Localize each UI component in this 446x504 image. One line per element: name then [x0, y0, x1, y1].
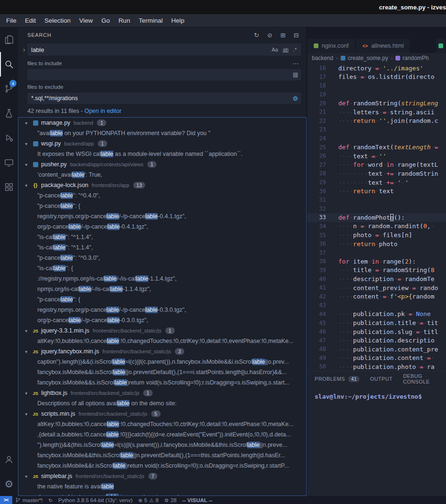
menu-help[interactable]: Help [167, 17, 189, 24]
code-line[interactable]: 23 [307, 125, 446, 134]
menu-selection[interactable]: Selection [40, 17, 75, 24]
result-match-row[interactable]: registry.npmjs.org/p-cancelable/-/p-canc… [18, 305, 306, 315]
code-line[interactable]: 16directory·=·'../images' [307, 64, 446, 73]
menu-terminal[interactable]: Terminal [134, 17, 167, 24]
code-line[interactable]: 42····content·=·f'<p>{random [307, 292, 446, 301]
result-file-row[interactable]: ▾JSscripts.min.jsfrontend/src/backend_st… [18, 409, 306, 419]
result-match-row[interactable]: Descriptions of all options available on… [18, 398, 306, 409]
explorer-activity-icon[interactable] [0, 27, 18, 52]
result-match-row[interactable]: altKey:!0,bubbles:!0,cancelable:!0,chang… [18, 419, 306, 429]
code-line[interactable]: 44····publication.pk·=·None [307, 310, 446, 319]
result-match-row[interactable]: "p-cancelable": { [18, 294, 306, 305]
code-line[interactable]: 22····return·''.join(random.c [307, 117, 446, 126]
search-open-editors-icon[interactable]: ▤ [293, 71, 298, 78]
editor-tab-partial[interactable] [436, 39, 446, 53]
result-match-row[interactable]: "is-callable": "^1.1.4", [18, 232, 306, 242]
code-line[interactable]: 26····text·=·'' [307, 152, 446, 161]
editor-tab-allnews.html[interactable]: <>allnews.html [356, 39, 411, 53]
remote-indicator[interactable]: >< [0, 496, 12, 504]
result-match-row[interactable]: fancybox.isMobile&&s.isScrollable)return… [18, 377, 306, 388]
run-debug-activity-icon[interactable] [0, 126, 18, 150]
terminal[interactable]: slav@lnv:~/projects/izvestno$ [307, 386, 446, 496]
collapse-all-icon[interactable]: ⊟ [292, 32, 300, 39]
result-match-row[interactable]: ").length))&&(this.isScrollable=l(s)||l(… [18, 440, 306, 450]
code-editor[interactable]: 16directory·=·'../images'17files·=·os.li… [307, 63, 446, 371]
code-line[interactable]: 40····description·=·randomTe [307, 274, 446, 283]
clear-search-results-icon[interactable]: ⊘ [266, 32, 274, 39]
open-in-editor-link[interactable]: Open in editor [85, 108, 122, 114]
misc-status[interactable]: ⚙ 28 [162, 497, 180, 503]
code-line[interactable]: 47····publication.descriptio [307, 336, 446, 345]
result-match-row[interactable]: the native feature is available [18, 481, 306, 492]
result-file-row[interactable]: ▾JSjquery.fancybox.min.jsfrontend/src/ba… [18, 346, 306, 357]
code-line[interactable]: 19 [307, 90, 446, 99]
panel-tab-problems[interactable]: PROBLEMS41 [315, 376, 360, 382]
result-file-row[interactable]: ▾JSlightbox.jsfrontend/src/backend_stati… [18, 388, 306, 398]
result-match-row[interactable]: ://registry.npmjs.org/is-callable/-/is-c… [18, 273, 306, 284]
code-line[interactable]: 30····return·text [307, 187, 446, 196]
code-line[interactable]: 24 [307, 134, 446, 143]
result-match-row[interactable]: ,{detail:a,bubbles:!0,cancelable:!0}}}ca… [18, 429, 306, 440]
result-match-row[interactable]: fancybox.isMobile&&this.isScrollable||n.… [18, 450, 306, 461]
settings-gear-icon[interactable]: ⚙ [0, 471, 18, 496]
code-line[interactable]: 50····publication.photo·=·ra [307, 362, 446, 371]
result-match-row[interactable]: "p-cancelable": "^0.3.0", [18, 253, 306, 263]
code-line[interactable]: 46····publication.slug·=·titl [307, 327, 446, 336]
result-match-row[interactable]: org/p-cancelable/-/p-cancelable-0.4.1.tg… [18, 222, 306, 232]
git-branch-status[interactable]: master*! [12, 497, 46, 503]
result-file-row[interactable]: ▾wsgi.pybackend/app1 [18, 138, 306, 149]
code-line[interactable]: 39····title·=·randomString(8 [307, 266, 446, 275]
code-line[interactable]: 29········text·+=·'·' [307, 178, 446, 187]
window-titlebar[interactable]: create_some.py - izves [0, 0, 446, 14]
refresh-icon[interactable]: ↻ [253, 32, 260, 39]
result-match-row[interactable]: fancybox.isMobile&&r.isScrollable)return… [18, 461, 306, 471]
result-match-row[interactable]: "is-callable": "^1.1.4", [18, 242, 306, 253]
code-line[interactable]: 38for·item·in·range(2): [307, 257, 446, 266]
menu-edit[interactable]: Edit [21, 17, 40, 24]
breadcrumb-item-create_some.py[interactable]: create_some.py [341, 55, 388, 61]
result-match-row[interactable]: altKey:!0,bubbles:!0,cancelable:!0,chang… [18, 336, 306, 346]
code-line[interactable]: 34····n·=·random.randint(0,· [307, 222, 446, 231]
code-line[interactable]: 33def·randomPhoto(): [307, 213, 446, 222]
menu-run[interactable]: Run [114, 17, 135, 24]
remote-explorer-activity-icon[interactable] [0, 150, 18, 175]
code-line[interactable]: 49····publication.content·=· [307, 354, 446, 363]
breadcrumb-item-backend[interactable]: backend [312, 55, 333, 61]
result-match-row[interactable]: caption").length))&&(i.isScrollable=l(c)… [18, 357, 306, 367]
result-match-row[interactable]: "p-cancelable": "^0.4.0", [18, 190, 306, 201]
code-line[interactable]: 35····photo·=·files[n] [307, 231, 446, 239]
code-line[interactable]: 43 [307, 301, 446, 310]
menu-go[interactable]: Go [97, 17, 114, 24]
code-line[interactable]: 25def·randomText(textLength·=· [307, 143, 446, 152]
code-line[interactable]: 32 [307, 205, 446, 214]
panel-tab-debug-console[interactable]: DEBUG CONSOLE [403, 373, 438, 384]
sync-status[interactable]: ↻ [46, 497, 56, 503]
extensions-activity-icon[interactable] [0, 175, 18, 199]
whole-word-icon[interactable]: ab [281, 46, 290, 53]
panel-tab-output[interactable]: OUTPUT [370, 376, 393, 382]
code-line[interactable]: 37 [307, 248, 446, 257]
result-file-row[interactable]: ▾pusher.pybackend/app/contexts/api/views… [18, 159, 306, 170]
editor-tab-nginx.conf[interactable]: nginx.conf [307, 39, 356, 53]
code-line[interactable]: 45····publication.title·=·tit [307, 318, 446, 327]
source-control-activity-icon[interactable]: 4 [0, 77, 18, 101]
code-line[interactable]: 48····publication.content_pre [307, 345, 446, 354]
breadcrumb-item-randomPh[interactable]: randomPh [395, 55, 429, 61]
result-match-row[interactable]: "is-callable": { [18, 263, 306, 273]
code-line[interactable]: 21····letters·=·string.ascii [307, 108, 446, 117]
result-match-row[interactable]: "available on your PYTHONPATH environmen… [18, 128, 306, 138]
files-exclude-input[interactable]: *.sql,**/migrations ⚙ [27, 93, 301, 104]
regex-icon[interactable]: .* [292, 46, 299, 53]
result-file-row[interactable]: ▾{}package-lock.jsonfrontend/src/app13 [18, 180, 306, 190]
code-line[interactable]: 36····return·photo [307, 239, 446, 248]
result-match-row[interactable]: npmjs.org/is-callable/-/is-callable-1.1.… [18, 284, 306, 294]
search-activity-icon[interactable] [0, 52, 18, 77]
testing-activity-icon[interactable] [0, 101, 18, 126]
open-new-search-editor-icon[interactable]: ⊞ [279, 32, 287, 39]
problems-status[interactable]: ⊗ 5 ⚠ 8 [136, 497, 162, 503]
result-file-row[interactable]: ▾JSjquery-3.3.1.min.jsfrontend/src/backe… [18, 325, 306, 336]
result-file-row[interactable]: ▾manage.pybackend1 [18, 118, 306, 128]
code-line[interactable]: 41····content_preview·=·rando [307, 283, 446, 292]
toggle-replace-icon[interactable]: › [21, 46, 27, 53]
result-match-row[interactable]: document objects are available in curren… [18, 492, 306, 496]
